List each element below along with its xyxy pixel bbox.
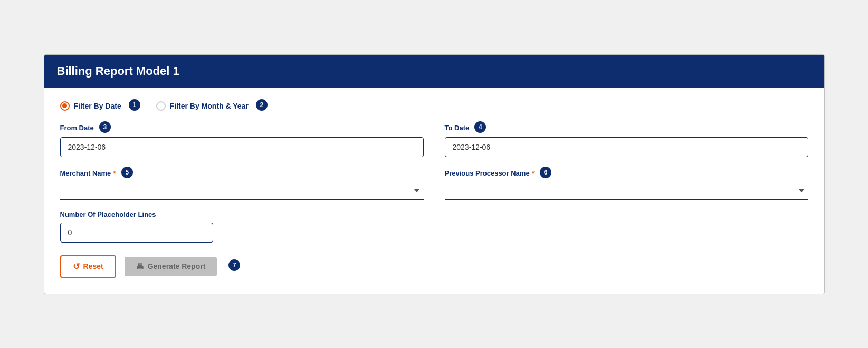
previous-processor-label-row: Previous Processor Name * 6 (445, 168, 808, 179)
filter-by-date-label: Filter By Date (74, 102, 121, 110)
to-date-label-text: To Date (445, 124, 470, 132)
previous-processor-badge: 6 (540, 167, 551, 178)
to-date-badge: 4 (474, 121, 486, 133)
placeholder-lines-label-text: Number Of Placeholder Lines (60, 210, 156, 218)
generate-report-badge: 7 (228, 259, 240, 271)
merchant-name-label-text: Merchant Name (60, 169, 111, 177)
generate-report-button[interactable]: 🖶 Generate Report (125, 257, 217, 276)
generate-report-label: Generate Report (148, 262, 206, 270)
from-date-badge: 3 (99, 121, 111, 133)
filter-type-row: Filter By Date 1 Filter By Month & Year … (60, 100, 808, 112)
page-header: Billing Report Model 1 (44, 55, 824, 88)
placeholder-lines-group: Number Of Placeholder Lines (60, 210, 808, 243)
reset-button[interactable]: ↺ Reset (60, 255, 116, 278)
date-fields-row: From Date 3 To Date 4 (60, 122, 808, 157)
placeholder-lines-input[interactable] (60, 223, 213, 243)
merchant-name-select-wrapper (60, 182, 424, 200)
filter-by-month-year-label: Filter By Month & Year (170, 102, 249, 110)
merchant-name-label-row: Merchant Name * 5 (60, 168, 424, 179)
previous-processor-select-wrapper (445, 182, 808, 200)
reset-button-label: Reset (83, 262, 103, 270)
previous-processor-required: * (532, 169, 535, 178)
generate-report-icon: 🖶 (136, 262, 144, 271)
filter-by-month-year-badge: 2 (256, 99, 268, 111)
to-date-input[interactable] (445, 137, 808, 157)
previous-processor-label-text: Previous Processor Name (445, 169, 530, 177)
main-container: Billing Report Model 1 Filter By Date 1 … (44, 54, 825, 294)
from-date-group: From Date 3 (60, 122, 424, 157)
filter-by-date-badge: 1 (129, 99, 140, 111)
placeholder-lines-label: Number Of Placeholder Lines (60, 210, 808, 218)
from-date-label-text: From Date (60, 124, 94, 132)
reset-icon: ↺ (73, 262, 80, 272)
page-title: Billing Report Model 1 (57, 64, 179, 78)
filter-by-date-radio[interactable] (60, 101, 70, 111)
merchant-name-select[interactable] (60, 182, 424, 200)
filter-by-month-year-option[interactable]: Filter By Month & Year 2 (156, 100, 268, 112)
merchant-name-group: Merchant Name * 5 (60, 168, 424, 200)
filter-by-month-year-radio[interactable] (156, 101, 166, 111)
name-fields-row: Merchant Name * 5 Previous Processor Nam… (60, 168, 808, 200)
merchant-name-required: * (113, 169, 116, 178)
previous-processor-group: Previous Processor Name * 6 (445, 168, 808, 200)
previous-processor-select[interactable] (445, 182, 808, 200)
to-date-label-row: To Date 4 (445, 122, 808, 134)
from-date-input[interactable] (60, 137, 424, 157)
to-date-group: To Date 4 (445, 122, 808, 157)
from-date-label-row: From Date 3 (60, 122, 424, 134)
button-row: ↺ Reset 🖶 Generate Report 7 (60, 255, 808, 278)
merchant-name-badge: 5 (121, 167, 133, 178)
content-area: Filter By Date 1 Filter By Month & Year … (44, 88, 824, 294)
filter-by-date-option[interactable]: Filter By Date 1 (60, 100, 140, 112)
